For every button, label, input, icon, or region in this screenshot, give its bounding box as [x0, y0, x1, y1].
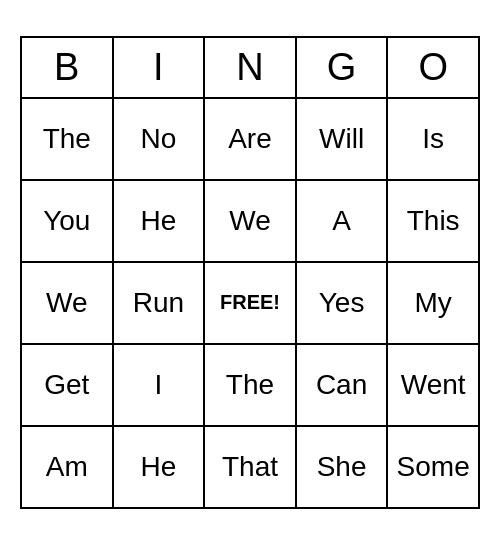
- bingo-cell-2-4: My: [388, 263, 478, 343]
- bingo-card: BINGO TheNoAreWillIsYouHeWeAThisWeRunFRE…: [20, 36, 480, 509]
- bingo-cell-1-1: He: [114, 181, 206, 261]
- bingo-cell-4-0: Am: [22, 427, 114, 507]
- bingo-cell-1-0: You: [22, 181, 114, 261]
- bingo-cell-1-2: We: [205, 181, 297, 261]
- header-cell-N: N: [205, 38, 297, 97]
- bingo-cell-0-4: Is: [388, 99, 478, 179]
- bingo-cell-2-0: We: [22, 263, 114, 343]
- header-cell-B: B: [22, 38, 114, 97]
- bingo-cell-3-1: I: [114, 345, 206, 425]
- bingo-cell-0-2: Are: [205, 99, 297, 179]
- bingo-cell-4-4: Some: [388, 427, 478, 507]
- bingo-row-3: GetITheCanWent: [22, 345, 478, 427]
- bingo-cell-3-2: The: [205, 345, 297, 425]
- bingo-cell-1-4: This: [388, 181, 478, 261]
- bingo-row-1: YouHeWeAThis: [22, 181, 478, 263]
- bingo-cell-2-1: Run: [114, 263, 206, 343]
- bingo-cell-2-3: Yes: [297, 263, 389, 343]
- bingo-cell-4-2: That: [205, 427, 297, 507]
- bingo-cell-0-0: The: [22, 99, 114, 179]
- bingo-cell-3-3: Can: [297, 345, 389, 425]
- bingo-row-4: AmHeThatSheSome: [22, 427, 478, 507]
- bingo-cell-0-1: No: [114, 99, 206, 179]
- bingo-cell-0-3: Will: [297, 99, 389, 179]
- bingo-header: BINGO: [22, 38, 478, 99]
- bingo-cell-4-3: She: [297, 427, 389, 507]
- header-cell-I: I: [114, 38, 206, 97]
- bingo-cell-3-0: Get: [22, 345, 114, 425]
- header-cell-G: G: [297, 38, 389, 97]
- bingo-cell-2-2: FREE!: [205, 263, 297, 343]
- bingo-cell-4-1: He: [114, 427, 206, 507]
- bingo-row-0: TheNoAreWillIs: [22, 99, 478, 181]
- bingo-cell-1-3: A: [297, 181, 389, 261]
- bingo-row-2: WeRunFREE!YesMy: [22, 263, 478, 345]
- header-cell-O: O: [388, 38, 478, 97]
- bingo-cell-3-4: Went: [388, 345, 478, 425]
